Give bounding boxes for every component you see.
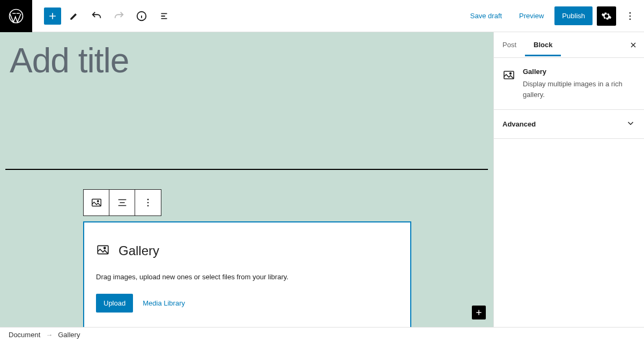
advanced-panel-toggle[interactable]: Advanced — [494, 110, 644, 139]
block-more-button[interactable] — [135, 190, 161, 215]
post-title-placeholder: Add title — [10, 42, 485, 79]
add-block-button[interactable] — [44, 8, 61, 25]
block-toolbar — [83, 189, 161, 216]
edit-mode-button[interactable] — [64, 6, 84, 26]
tab-post[interactable]: Post — [494, 33, 525, 56]
post-title-area[interactable]: Add title — [0, 32, 493, 85]
block-info-panel: Gallery Display multiple images in a ric… — [494, 58, 644, 110]
block-info-description: Display multiple images in a rich galler… — [523, 79, 635, 100]
tab-block[interactable]: Block — [525, 33, 561, 56]
block-info-title: Gallery — [523, 68, 635, 76]
insert-block-fab[interactable] — [472, 306, 486, 319]
gallery-icon — [502, 68, 515, 100]
editor-canvas: Add title Gallery Drag images, upload ne… — [0, 32, 493, 327]
media-library-link[interactable]: Media Library — [143, 299, 185, 307]
redo-button[interactable] — [109, 6, 129, 26]
block-align-button[interactable] — [109, 190, 135, 215]
breadcrumb-current[interactable]: Gallery — [58, 331, 80, 339]
svg-point-4 — [630, 18, 631, 20]
svg-point-0 — [10, 9, 23, 23]
publish-button[interactable]: Publish — [554, 6, 593, 25]
editor-topbar: Save draft Preview Publish — [0, 0, 644, 32]
topbar-left-tools — [32, 6, 174, 26]
undo-button[interactable] — [87, 6, 106, 26]
svg-point-3 — [630, 15, 631, 17]
save-draft-button[interactable]: Save draft — [464, 6, 508, 25]
breadcrumb-root[interactable]: Document — [9, 331, 40, 339]
breadcrumb-separator: → — [46, 331, 53, 339]
gallery-icon — [96, 243, 110, 259]
chevron-down-icon — [626, 118, 635, 130]
svg-point-9 — [147, 205, 149, 207]
svg-point-7 — [147, 199, 149, 200]
block-type-button[interactable] — [84, 190, 109, 215]
sidebar-tabs: Post Block — [494, 32, 644, 58]
gallery-block[interactable]: Gallery Drag images, upload new ones or … — [83, 221, 411, 327]
svg-point-13 — [510, 73, 512, 75]
outline-button[interactable] — [154, 6, 174, 26]
wordpress-logo[interactable] — [0, 0, 32, 32]
settings-button[interactable] — [597, 6, 616, 26]
upload-button[interactable]: Upload — [96, 294, 133, 313]
breadcrumb-footer: Document → Gallery — [0, 327, 644, 342]
svg-point-8 — [147, 202, 149, 204]
settings-sidebar: Post Block Gallery Display multiple imag… — [493, 32, 644, 327]
gallery-block-title: Gallery — [119, 243, 159, 258]
separator-block[interactable] — [5, 169, 488, 170]
info-button[interactable] — [132, 6, 151, 26]
close-sidebar-button[interactable] — [623, 34, 644, 56]
topbar-right-actions: Save draft Preview Publish — [464, 6, 644, 26]
svg-point-2 — [630, 12, 631, 13]
more-options-button[interactable] — [620, 6, 640, 26]
preview-button[interactable]: Preview — [513, 6, 550, 25]
svg-point-6 — [97, 200, 99, 202]
svg-point-11 — [104, 247, 106, 249]
advanced-panel-label: Advanced — [502, 120, 536, 128]
gallery-instructions: Drag images, upload new ones or select f… — [96, 273, 398, 281]
